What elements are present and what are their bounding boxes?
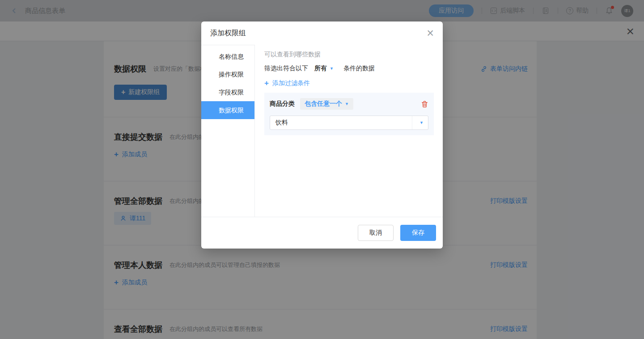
modal-tab-list: 名称信息 操作权限 字段权限 数据权限 [201, 45, 255, 217]
condition-field-label: 商品分类 [270, 100, 295, 108]
tab-field-permission[interactable]: 字段权限 [201, 83, 254, 101]
chevron-down-icon: ▼ [419, 120, 424, 125]
filter-mode-dropdown[interactable]: 所有 ▼ [314, 64, 334, 73]
select-caret-button[interactable]: ▼ [412, 116, 428, 129]
chevron-down-icon: ▼ [345, 102, 349, 106]
filter-prefix-label: 筛选出符合以下 [264, 64, 308, 73]
modal-close-icon[interactable]: × [427, 27, 434, 39]
condition-operator-dropdown[interactable]: 包含任意一个 ▼ [300, 98, 353, 110]
modal-content: 可以查看到哪些数据 筛选出符合以下 所有 ▼ 条件的数据 + 添加过滤条件 商品… [255, 45, 443, 217]
cancel-button[interactable]: 取消 [358, 225, 394, 241]
plus-icon: + [264, 80, 269, 86]
add-permission-group-modal: 添加权限组 × 名称信息 操作权限 字段权限 数据权限 可以查看到哪些数据 筛选… [201, 21, 443, 249]
filter-condition-card: 商品分类 包含任意一个 ▼ 饮料 ▼ [264, 93, 434, 135]
tab-name-info[interactable]: 名称信息 [201, 47, 254, 65]
condition-value: 饮料 [270, 119, 412, 127]
modal-title: 添加权限组 [210, 29, 246, 38]
add-filter-condition-link[interactable]: + 添加过滤条件 [264, 79, 310, 87]
data-scope-hint: 可以查看到哪些数据 [264, 51, 434, 59]
filter-suffix-label: 条件的数据 [343, 64, 375, 73]
condition-value-select[interactable]: 饮料 ▼ [270, 116, 428, 130]
chevron-down-icon: ▼ [330, 66, 334, 71]
delete-condition-icon[interactable] [421, 100, 428, 108]
save-button[interactable]: 保存 [400, 225, 436, 241]
tab-operation-permission[interactable]: 操作权限 [201, 65, 254, 83]
tab-data-permission[interactable]: 数据权限 [201, 101, 254, 119]
